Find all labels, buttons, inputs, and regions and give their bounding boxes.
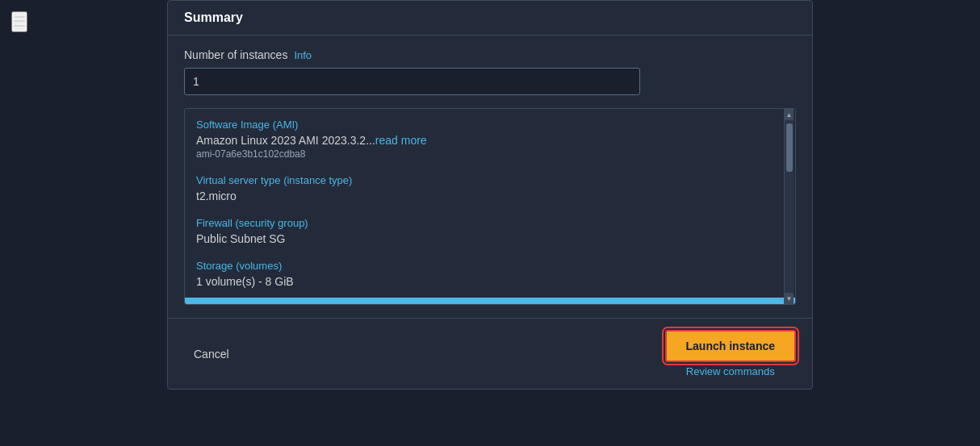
storage-section: Storage (volumes) 1 volume(s) - 8 GiB — [196, 260, 779, 288]
software-image-sub: ami-07a6e3b1c102cdba8 — [196, 148, 779, 160]
summary-content: Software Image (AMI) Amazon Linux 2023 A… — [185, 109, 795, 298]
panel-header: Summary — [168, 1, 812, 35]
firewall-value: Public Subnet SG — [196, 232, 779, 245]
instances-label: Number of instances — [184, 48, 287, 61]
hamburger-menu-button[interactable]: ☰ — [11, 11, 27, 32]
scrollbar-thumb[interactable] — [786, 123, 793, 172]
panel-body: Number of instances Info Software Image … — [168, 35, 812, 318]
right-actions: Launch instance Review commands — [665, 330, 796, 377]
scroll-up-arrow[interactable]: ▲ — [785, 109, 794, 120]
software-image-section: Software Image (AMI) Amazon Linux 2023 A… — [196, 119, 779, 160]
summary-panel: Summary Number of instances Info Softwar… — [167, 0, 813, 390]
software-image-value: Amazon Linux 2023 AMI 2023.3.2...read mo… — [196, 134, 779, 147]
info-link[interactable]: Info — [294, 49, 312, 61]
launch-instance-button[interactable]: Launch instance — [665, 330, 796, 362]
instance-type-title: Virtual server type (instance type) — [196, 174, 779, 186]
instance-type-value: t2.micro — [196, 190, 779, 202]
hamburger-icon: ☰ — [13, 14, 26, 30]
summary-scroll-area: Software Image (AMI) Amazon Linux 2023 A… — [184, 108, 796, 305]
scrollbar-track[interactable]: ▲ ▼ — [784, 109, 794, 304]
number-of-instances-input[interactable] — [184, 68, 640, 95]
read-more-link[interactable]: read more — [375, 134, 427, 147]
firewall-section: Firewall (security group) Public Subnet … — [196, 217, 779, 245]
firewall-title: Firewall (security group) — [196, 217, 779, 229]
cancel-button[interactable]: Cancel — [184, 343, 239, 365]
software-image-title: Software Image (AMI) — [196, 119, 779, 131]
panel-title: Summary — [184, 10, 243, 24]
instance-type-section: Virtual server type (instance type) t2.m… — [196, 174, 779, 202]
main-content: Summary Number of instances Info Softwar… — [0, 0, 980, 446]
horizontal-scrollbar — [185, 298, 795, 304]
panel-footer: Cancel Launch instance Review commands — [168, 318, 812, 389]
storage-value: 1 volume(s) - 8 GiB — [196, 275, 779, 288]
review-commands-link[interactable]: Review commands — [686, 365, 775, 377]
storage-title: Storage (volumes) — [196, 260, 779, 272]
scroll-down-arrow[interactable]: ▼ — [785, 293, 794, 304]
page-wrapper: ☰ Summary Number of instances Info Softw… — [0, 0, 980, 446]
instances-field-row: Number of instances Info — [184, 48, 796, 61]
